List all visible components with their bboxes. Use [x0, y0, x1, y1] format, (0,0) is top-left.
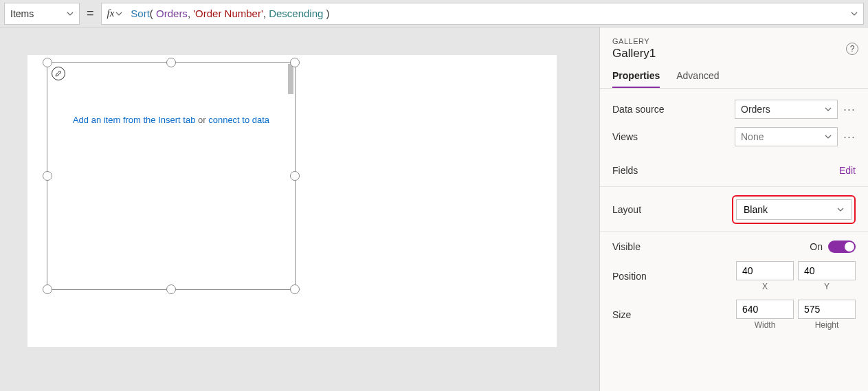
data-source-label: Data source: [612, 104, 735, 115]
scrollbar[interactable]: [288, 64, 293, 94]
fields-edit-link[interactable]: Edit: [839, 165, 856, 176]
control-type-label: GALLERY: [612, 37, 856, 45]
tab-advanced[interactable]: Advanced: [676, 70, 719, 88]
row-views: Views None ···: [600, 123, 868, 150]
position-x-input[interactable]: [736, 261, 794, 280]
position-y-input[interactable]: [798, 261, 856, 280]
tab-properties[interactable]: Properties: [612, 70, 660, 88]
control-name[interactable]: Gallery1: [612, 47, 856, 60]
chevron-down-icon: [825, 133, 832, 140]
chevron-down-icon: [67, 10, 74, 17]
chevron-down-icon[interactable]: [115, 10, 122, 17]
views-dropdown[interactable]: None: [735, 127, 838, 146]
connect-data-link[interactable]: connect to data: [208, 115, 269, 125]
resize-handle[interactable]: [166, 58, 176, 67]
layout-dropdown[interactable]: Blank: [736, 199, 852, 220]
panel-tabs: Properties Advanced: [600, 65, 868, 89]
equals-label: =: [84, 6, 97, 21]
visible-label: Visible: [612, 241, 810, 252]
visible-toggle[interactable]: [828, 241, 856, 253]
gallery-hint: Add an item from the Insert tab or conne…: [47, 115, 295, 125]
size-width-sublabel: Width: [755, 320, 776, 330]
more-icon[interactable]: ···: [843, 106, 856, 113]
size-width-input[interactable]: [736, 300, 794, 319]
help-icon[interactable]: ?: [846, 43, 858, 55]
visible-state: On: [810, 241, 823, 252]
resize-handle[interactable]: [43, 171, 52, 181]
views-label: Views: [612, 131, 735, 142]
size-label: Size: [612, 309, 736, 320]
fields-label: Fields: [612, 165, 839, 176]
chevron-down-icon: [825, 106, 832, 113]
position-y-sublabel: Y: [824, 282, 830, 291]
more-icon[interactable]: ···: [843, 133, 856, 140]
resize-handle[interactable]: [43, 58, 52, 67]
canvas[interactable]: Add an item from the Insert tab or conne…: [27, 55, 557, 347]
row-position: Position X Y: [600, 257, 868, 295]
resize-handle[interactable]: [290, 284, 300, 294]
chevron-down-icon[interactable]: [851, 10, 858, 17]
position-x-sublabel: X: [762, 282, 768, 291]
gallery-selection[interactable]: Add an item from the Insert tab or conne…: [47, 62, 296, 290]
formula-bar: Items = fx Sort( Orders, 'Order Number',…: [0, 0, 868, 27]
properties-list: Data source Orders ··· Views None ··· Fi…: [600, 89, 868, 334]
position-label: Position: [612, 271, 736, 282]
layout-label: Layout: [612, 204, 732, 215]
row-data-source: Data source Orders ···: [600, 96, 868, 123]
formula-text: Sort( Orders, 'Order Number', Descending…: [131, 8, 851, 20]
data-source-dropdown[interactable]: Orders: [735, 100, 838, 119]
size-height-sublabel: Height: [815, 320, 839, 330]
row-size: Size Width Height: [600, 295, 868, 334]
size-height-input[interactable]: [798, 300, 856, 319]
canvas-area: Add an item from the Insert tab or conne…: [0, 27, 599, 391]
row-fields: Fields Edit: [600, 157, 868, 183]
resize-handle[interactable]: [290, 171, 300, 181]
formula-input[interactable]: fx Sort( Orders, 'Order Number', Descend…: [101, 3, 864, 25]
properties-panel: GALLERY Gallery1 ? Properties Advanced D…: [599, 27, 868, 391]
property-selector-label: Items: [10, 8, 34, 19]
panel-header: GALLERY Gallery1 ?: [600, 27, 868, 65]
resize-handle[interactable]: [43, 284, 52, 294]
property-selector[interactable]: Items: [4, 3, 80, 25]
row-layout: Layout Blank: [600, 186, 868, 228]
chevron-down-icon: [837, 206, 844, 213]
insert-tab-link[interactable]: Add an item from the Insert tab: [73, 115, 195, 125]
main: Add an item from the Insert tab or conne…: [0, 27, 868, 391]
pencil-icon[interactable]: [52, 67, 65, 80]
fx-icon: fx: [107, 8, 115, 19]
layout-highlight: Blank: [732, 195, 856, 224]
row-visible: Visible On: [600, 231, 868, 257]
resize-handle[interactable]: [166, 284, 176, 294]
resize-handle[interactable]: [290, 58, 300, 67]
